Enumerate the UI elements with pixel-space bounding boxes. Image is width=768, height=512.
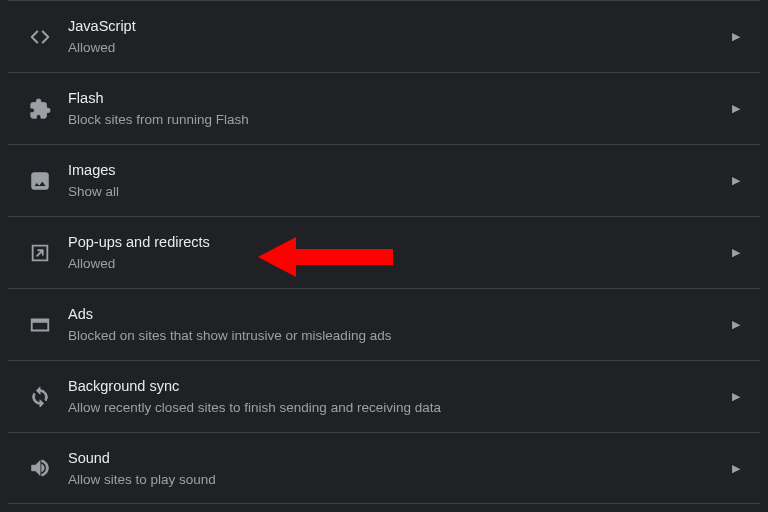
settings-row-title: Sound [68,448,724,468]
settings-row-subtitle: Allowed [68,39,724,57]
settings-row-images[interactable]: Images Show all ▶ [8,144,760,216]
settings-row-title: JavaScript [68,16,724,36]
chevron-right-icon: ▶ [724,246,748,259]
settings-row-popups[interactable]: Pop-ups and redirects Allowed ▶ [8,216,760,288]
settings-row-title: Images [68,160,724,180]
settings-row-sound[interactable]: Sound Allow sites to play sound ▶ [8,432,760,504]
extension-icon [16,98,64,120]
chevron-right-icon: ▶ [724,390,748,403]
settings-row-text: Ads Blocked on sites that show intrusive… [64,304,724,345]
chevron-right-icon: ▶ [724,318,748,331]
popup-icon [16,242,64,264]
settings-row-text: Pop-ups and redirects Allowed [64,232,724,273]
ads-icon [16,314,64,336]
settings-row-title: Ads [68,304,724,324]
chevron-right-icon: ▶ [724,102,748,115]
settings-row-javascript[interactable]: JavaScript Allowed ▶ [8,0,760,72]
settings-row-subtitle: Allowed [68,255,724,273]
chevron-right-icon: ▶ [724,462,748,475]
settings-row-subtitle: Allow recently closed sites to finish se… [68,399,724,417]
settings-row-text: Background sync Allow recently closed si… [64,376,724,417]
settings-row-text: Images Show all [64,160,724,201]
settings-row-subtitle: Allow sites to play sound [68,471,724,489]
sync-icon [16,386,64,408]
sound-icon [16,457,64,479]
settings-row-text: JavaScript Allowed [64,16,724,57]
settings-row-subtitle: Block sites from running Flash [68,111,724,129]
settings-row-title: Flash [68,88,724,108]
settings-row-text: Flash Block sites from running Flash [64,88,724,129]
chevron-right-icon: ▶ [724,30,748,43]
settings-row-title: Background sync [68,376,724,396]
settings-list: JavaScript Allowed ▶ Flash Block sites f… [0,0,768,504]
settings-row-text: Sound Allow sites to play sound [64,448,724,489]
settings-row-flash[interactable]: Flash Block sites from running Flash ▶ [8,72,760,144]
settings-row-ads[interactable]: Ads Blocked on sites that show intrusive… [8,288,760,360]
chevron-right-icon: ▶ [724,174,748,187]
settings-row-background-sync[interactable]: Background sync Allow recently closed si… [8,360,760,432]
settings-row-subtitle: Blocked on sites that show intrusive or … [68,327,724,345]
settings-row-title: Pop-ups and redirects [68,232,724,252]
image-icon [16,170,64,192]
code-icon [16,26,64,48]
settings-row-subtitle: Show all [68,183,724,201]
